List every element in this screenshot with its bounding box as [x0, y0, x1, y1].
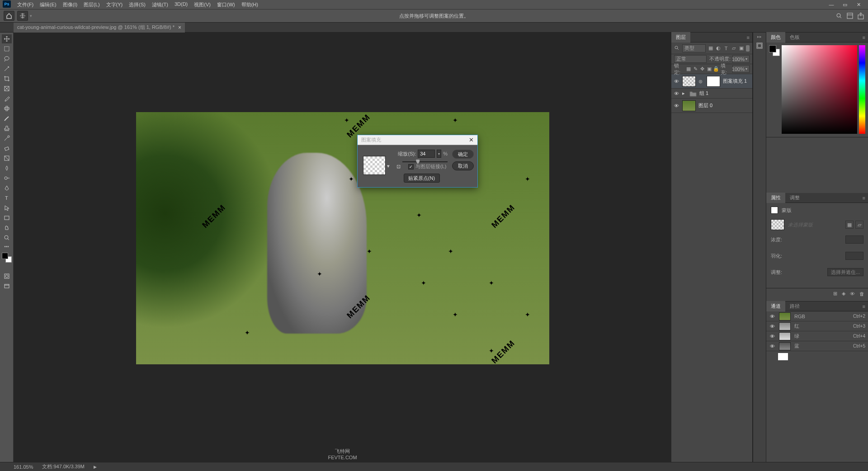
- history-brush-tool[interactable]: [2, 134, 12, 143]
- properties-panel-menu-icon[interactable]: ≡: [860, 195, 868, 201]
- color-field[interactable]: [782, 45, 857, 134]
- density-value[interactable]: [845, 236, 863, 244]
- pattern-dropdown-icon[interactable]: ▾: [386, 150, 391, 183]
- home-button[interactable]: [4, 11, 14, 21]
- lock-brush-icon[interactable]: ✎: [693, 66, 698, 72]
- snap-origin-button[interactable]: 贴紧原点(N): [404, 174, 440, 183]
- gradient-tool[interactable]: [2, 154, 12, 163]
- ok-button[interactable]: 确定: [452, 150, 474, 159]
- scale-slider[interactable]: [402, 161, 448, 162]
- menu-window[interactable]: 窗口(W): [214, 0, 238, 9]
- lock-pixels-icon[interactable]: ▦: [686, 66, 691, 72]
- shape-tool[interactable]: [2, 213, 12, 222]
- tool-preset-button[interactable]: [17, 11, 28, 21]
- blur-tool[interactable]: [2, 164, 12, 173]
- foreground-background-colors[interactable]: [2, 253, 12, 263]
- arrange-icon[interactable]: [846, 12, 854, 19]
- disable-mask-icon[interactable]: 👁: [850, 291, 855, 297]
- layer-kind-dropdown[interactable]: 类型: [682, 44, 706, 52]
- search-icon[interactable]: [674, 45, 680, 52]
- pen-tool[interactable]: [2, 184, 12, 193]
- channels-panel-menu-icon[interactable]: ≡: [860, 304, 868, 309]
- pixel-mask-button[interactable]: ▦: [845, 221, 854, 229]
- layer-link-icon[interactable]: ⊛: [698, 79, 704, 84]
- layer-row-pattern-fill[interactable]: 👁 ⊛ 图案填充 1: [671, 74, 752, 89]
- select-mask-button[interactable]: 选择并遮住...: [827, 268, 863, 276]
- visibility-eye-icon[interactable]: 👁: [769, 333, 775, 339]
- close-window-button[interactable]: ✕: [855, 1, 862, 8]
- tab-layers[interactable]: 图层: [671, 32, 690, 42]
- magic-wand-tool[interactable]: [2, 64, 12, 73]
- marquee-tool[interactable]: [2, 44, 12, 53]
- type-tool[interactable]: T: [2, 193, 12, 203]
- filter-pixel-icon[interactable]: ▦: [708, 45, 714, 52]
- menu-select[interactable]: 选择(S): [126, 0, 148, 9]
- dialog-titlebar[interactable]: 图案填充 ✕: [358, 135, 477, 145]
- lock-artboard-icon[interactable]: ▣: [707, 66, 712, 72]
- minimize-button[interactable]: —: [828, 1, 835, 8]
- menu-help[interactable]: 帮助(H): [239, 0, 261, 9]
- channel-row-red[interactable]: 👁 红 Ctrl+3: [766, 321, 868, 331]
- scale-dropdown-icon[interactable]: ▾: [437, 150, 441, 158]
- crop-tool[interactable]: [2, 74, 12, 83]
- path-select-tool[interactable]: [2, 203, 12, 212]
- layers-panel-menu-icon[interactable]: ≡: [744, 35, 752, 40]
- lock-all-icon[interactable]: 🔒: [713, 66, 719, 72]
- cancel-button[interactable]: 取消: [452, 161, 474, 170]
- link-checkbox[interactable]: ✓: [408, 164, 414, 170]
- dialog-close-icon[interactable]: ✕: [469, 137, 474, 143]
- filter-type-icon[interactable]: T: [723, 45, 729, 52]
- invert-mask-icon[interactable]: ◈: [842, 291, 845, 297]
- visibility-eye-icon[interactable]: 👁: [673, 103, 679, 109]
- menu-type[interactable]: 文字(Y): [104, 0, 126, 9]
- layer-row-background[interactable]: 👁 图层 0: [671, 99, 752, 113]
- app-logo[interactable]: Ps: [3, 0, 11, 8]
- tab-color[interactable]: 颜色: [766, 32, 785, 42]
- eraser-tool[interactable]: [2, 144, 12, 153]
- maximize-button[interactable]: ▭: [842, 1, 848, 8]
- fill-value[interactable]: 100%▾: [732, 65, 750, 73]
- menu-view[interactable]: 视图(V): [191, 0, 213, 9]
- delete-mask-icon[interactable]: 🗑: [859, 291, 864, 297]
- color-swatch-fgbg[interactable]: [769, 45, 780, 56]
- pattern-picker[interactable]: ▾: [361, 150, 391, 183]
- lasso-tool[interactable]: [2, 54, 12, 63]
- share-icon[interactable]: [857, 12, 864, 19]
- stamp-tool[interactable]: [2, 124, 12, 133]
- lock-position-icon[interactable]: ✥: [700, 66, 705, 72]
- screenmode-tool[interactable]: [2, 282, 12, 291]
- menu-edit[interactable]: 编辑(E): [37, 0, 59, 9]
- menu-layer[interactable]: 图层(L): [81, 0, 102, 9]
- channel-row-green[interactable]: 👁 绿 Ctrl+4: [766, 331, 868, 341]
- menu-filter[interactable]: 滤镜(T): [149, 0, 171, 9]
- feather-value[interactable]: [845, 252, 863, 260]
- color-panel-menu-icon[interactable]: ≡: [860, 35, 868, 40]
- tab-adjustments[interactable]: 调整: [785, 193, 804, 203]
- filter-toggle-icon[interactable]: [746, 45, 750, 52]
- hand-tool[interactable]: [2, 223, 12, 232]
- link-icon[interactable]: ⊡: [396, 164, 401, 170]
- doc-size[interactable]: 文档:947.0K/3.39M: [42, 463, 85, 470]
- dodge-tool[interactable]: [2, 174, 12, 183]
- status-arrow-icon[interactable]: ▶: [94, 465, 97, 469]
- visibility-eye-icon[interactable]: 👁: [769, 313, 775, 320]
- healing-tool[interactable]: [2, 104, 12, 113]
- filter-shape-icon[interactable]: ▱: [731, 45, 737, 52]
- canvas-area[interactable]: MEMM MEMM MEMM MEMM MEMM ✦ ✦ ✦ ✦ ✦ ✦ ✦ ✦…: [14, 33, 671, 462]
- zoom-tool[interactable]: [2, 233, 12, 242]
- menu-image[interactable]: 图像(I): [60, 0, 80, 9]
- mask-from-selection-icon[interactable]: ⊞: [833, 291, 837, 297]
- tab-paths[interactable]: 路径: [785, 301, 804, 311]
- visibility-eye-icon[interactable]: 👁: [769, 323, 775, 330]
- search-icon[interactable]: [835, 12, 843, 19]
- filter-adjust-icon[interactable]: ◐: [715, 45, 722, 52]
- menu-file[interactable]: 文件(F): [14, 0, 36, 9]
- tab-properties[interactable]: 属性: [766, 193, 785, 203]
- eyedropper-tool[interactable]: [2, 94, 12, 103]
- filter-smart-icon[interactable]: ▣: [738, 45, 745, 52]
- layer-row-group[interactable]: 👁 ▸ 组 1: [671, 89, 752, 99]
- menu-3d[interactable]: 3D(D): [172, 0, 190, 9]
- frame-tool[interactable]: [2, 84, 12, 93]
- opacity-value[interactable]: 100%▾: [732, 55, 750, 63]
- collapse-arrows-icon[interactable]: ▸▸: [757, 34, 762, 39]
